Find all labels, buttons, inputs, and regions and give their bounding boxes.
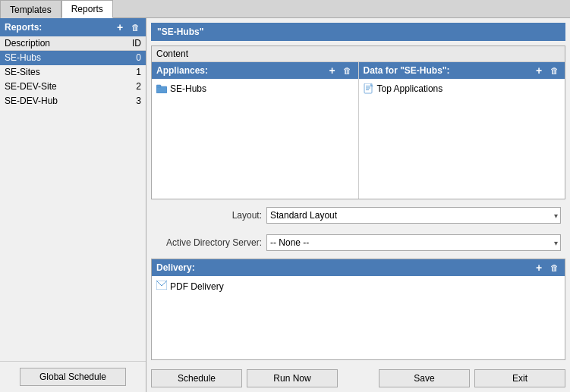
ad-server-label: Active Directory Server: <box>156 237 262 248</box>
ad-server-select-wrapper: -- None -- ▾ <box>266 234 561 251</box>
data-title: Data for "SE-Hubs": <box>364 65 450 76</box>
folder-icon <box>156 84 167 93</box>
report-row[interactable]: SE-DEV-Site 2 <box>0 80 146 94</box>
data-panel: Data for "SE-Hubs": <box>359 62 565 199</box>
appliances-title: Appliances: <box>156 65 208 76</box>
global-schedule-button[interactable]: Global Schedule <box>20 368 126 386</box>
bottom-left-buttons: Schedule Run Now <box>151 369 338 387</box>
schedule-button[interactable]: Schedule <box>151 369 242 387</box>
delete-delivery-button[interactable] <box>548 262 560 274</box>
report-row[interactable]: SE-Sites 1 <box>0 65 146 80</box>
report-description: SE-Sites <box>5 67 118 77</box>
report-description: SE-DEV-Site <box>5 81 118 92</box>
bottom-right-buttons: Save Exit <box>379 369 565 387</box>
appliance-item[interactable]: SE-Hubs <box>155 82 355 96</box>
email-icon <box>156 281 167 292</box>
report-id: 3 <box>118 96 141 106</box>
right-panel: "SE-Hubs" Content Appliances: <box>146 18 570 392</box>
col-id: ID <box>118 38 141 49</box>
delivery-item[interactable]: PDF Delivery <box>155 279 562 293</box>
report-description: SE-Hubs <box>5 52 118 63</box>
add-data-button[interactable] <box>533 64 545 77</box>
report-title-bar: "SE-Hubs" <box>151 23 565 41</box>
exit-button[interactable]: Exit <box>474 369 565 387</box>
svg-rect-4 <box>366 88 370 89</box>
document-icon <box>364 83 374 94</box>
delete-appliance-button[interactable] <box>342 64 354 77</box>
data-actions <box>533 64 560 77</box>
data-body: Top Applications <box>359 79 565 199</box>
layout-select-wrapper: Standard Layout Custom Layout ▾ <box>266 207 561 224</box>
report-description: SE-DEV-Hub <box>5 96 118 106</box>
layout-select[interactable]: Standard Layout Custom Layout <box>266 207 561 224</box>
tabs-bar: Templates Reports <box>0 0 570 18</box>
appliances-body: SE-Hubs <box>152 79 358 199</box>
appliance-name: SE-Hubs <box>170 83 206 94</box>
appliances-header: Appliances: <box>152 62 358 79</box>
reports-table-header: Description ID <box>0 36 146 51</box>
ad-server-select[interactable]: -- None -- <box>266 234 561 251</box>
left-panel: Reports: Description ID SE-Hubs 0 SE-Sit… <box>0 18 146 392</box>
content-body: Appliances: <box>152 62 565 199</box>
report-id: 2 <box>118 81 141 92</box>
report-id: 0 <box>118 52 141 63</box>
svg-rect-3 <box>366 86 370 86</box>
data-item-name: Top Applications <box>377 83 443 94</box>
delivery-item-name: PDF Delivery <box>170 281 224 292</box>
report-row[interactable]: SE-Hubs 0 <box>0 51 146 65</box>
svg-rect-0 <box>156 86 167 93</box>
reports-list: SE-Hubs 0 SE-Sites 1 SE-DEV-Site 2 SE-DE… <box>0 51 146 361</box>
col-description: Description <box>5 38 118 49</box>
bottom-bar: Schedule Run Now Save Exit <box>151 365 565 387</box>
run-now-button[interactable]: Run Now <box>247 369 338 387</box>
delete-data-button[interactable] <box>548 64 560 77</box>
content-header: Content <box>152 46 565 62</box>
save-button[interactable]: Save <box>379 369 470 387</box>
reports-panel-title: Reports: <box>5 22 42 33</box>
reports-panel-header: Reports: <box>0 18 146 36</box>
svg-rect-5 <box>366 89 369 90</box>
report-row[interactable]: SE-DEV-Hub 3 <box>0 94 146 108</box>
main-container: Reports: Description ID SE-Hubs 0 SE-Sit… <box>0 18 570 392</box>
svg-rect-1 <box>156 85 161 87</box>
ad-server-row: Active Directory Server: -- None -- ▾ <box>151 231 565 254</box>
add-delivery-button[interactable] <box>533 262 545 274</box>
data-header: Data for "SE-Hubs": <box>359 62 565 79</box>
layout-row: Layout: Standard Layout Custom Layout ▾ <box>151 204 565 227</box>
delivery-title: Delivery: <box>156 262 195 273</box>
add-appliance-button[interactable] <box>326 64 339 77</box>
delivery-header: Delivery: <box>152 259 565 276</box>
tab-reports[interactable]: Reports <box>61 0 113 18</box>
global-schedule-area: Global Schedule <box>0 361 146 392</box>
reports-header-actions <box>114 21 141 33</box>
content-section: Content Appliances: <box>151 45 565 199</box>
appliances-panel: Appliances: <box>152 62 359 199</box>
tab-templates[interactable]: Templates <box>0 0 61 18</box>
data-item[interactable]: Top Applications <box>362 82 562 96</box>
add-report-button[interactable] <box>114 21 126 33</box>
delivery-actions <box>533 262 560 274</box>
report-id: 1 <box>118 67 141 77</box>
delete-report-button[interactable] <box>129 21 141 33</box>
appliances-actions <box>326 64 354 77</box>
layout-label: Layout: <box>156 210 262 221</box>
delivery-body: PDF Delivery <box>152 276 565 359</box>
delivery-section: Delivery: PDF Delivery <box>151 259 565 360</box>
